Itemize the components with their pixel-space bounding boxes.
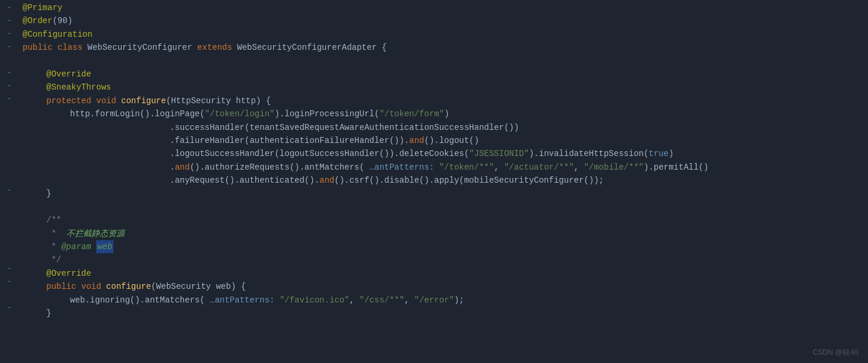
gutter-marker <box>5 291 12 298</box>
gutter-marker: – <box>5 4 12 11</box>
gutter-marker <box>5 161 12 168</box>
gutter-marker <box>5 122 12 129</box>
code-line: .anyRequest().authenticated().and().csrf… <box>23 174 868 187</box>
code-line: .failureHandler(authenticationFailureHan… <box>23 134 868 147</box>
code-line: @Override <box>23 68 868 81</box>
gutter-marker <box>5 109 12 116</box>
watermark: CSDN @锐·码 <box>813 347 859 358</box>
gutter-marker: – <box>5 278 12 285</box>
code-line: @Override <box>23 267 868 280</box>
gutter-marker: – <box>5 17 12 24</box>
gutter-marker <box>5 213 12 220</box>
gutter-marker: – <box>5 95 12 103</box>
code-line: */ <box>23 253 868 266</box>
code-line: * @param web <box>23 240 868 253</box>
gutter-marker: – <box>5 304 12 311</box>
code-area[interactable]: @Primary@Order(90)@Configurationpublic c… <box>18 0 868 363</box>
code-line: .and().authorizeRequests().antMatchers( … <box>23 161 868 174</box>
code-line: public class WebSecurityConfigurer exten… <box>23 41 868 54</box>
gutter-marker: – <box>5 82 12 90</box>
gutter-marker: – <box>5 43 12 50</box>
gutter-marker <box>5 226 12 233</box>
code-line <box>23 200 868 214</box>
gutter-marker <box>5 200 12 207</box>
code-line: @Order(90) <box>23 14 868 27</box>
code-line: http.formLogin().loginPage("/token/login… <box>23 107 868 120</box>
code-line: protected void configure(HttpSecurity ht… <box>23 94 868 107</box>
code-line: * 不拦截静态资源 <box>23 227 868 240</box>
gutter-marker: – <box>5 187 12 194</box>
code-line: @Configuration <box>23 28 868 41</box>
code-line: .logoutSuccessHandler(logoutSuccessHandl… <box>23 147 868 160</box>
code-line: @Primary <box>23 1 868 14</box>
gutter-marker: – <box>5 69 12 77</box>
gutter-marker <box>5 252 12 259</box>
gutter-marker <box>5 56 12 63</box>
code-line: @SneakyThrows <box>23 81 868 94</box>
gutter-marker <box>5 174 12 181</box>
code-line <box>23 55 868 68</box>
gutter-marker: – <box>5 30 12 37</box>
code-line: } <box>23 307 868 320</box>
code-container: ––––––––––– @Primary@Order(90)@Configura… <box>0 0 868 363</box>
code-line: web.ignoring().antMatchers( …antPatterns… <box>23 294 868 307</box>
gutter: ––––––––––– <box>0 0 18 363</box>
code-line: /** <box>23 214 868 227</box>
gutter-marker <box>5 148 12 155</box>
code-line: public void configure(WebSecurity web) { <box>23 280 868 293</box>
gutter-marker <box>5 239 12 246</box>
code-line: } <box>23 187 868 200</box>
gutter-marker: – <box>5 265 12 272</box>
gutter-marker <box>5 135 12 142</box>
code-line: .successHandler(tenantSavedRequestAwareA… <box>23 121 868 134</box>
